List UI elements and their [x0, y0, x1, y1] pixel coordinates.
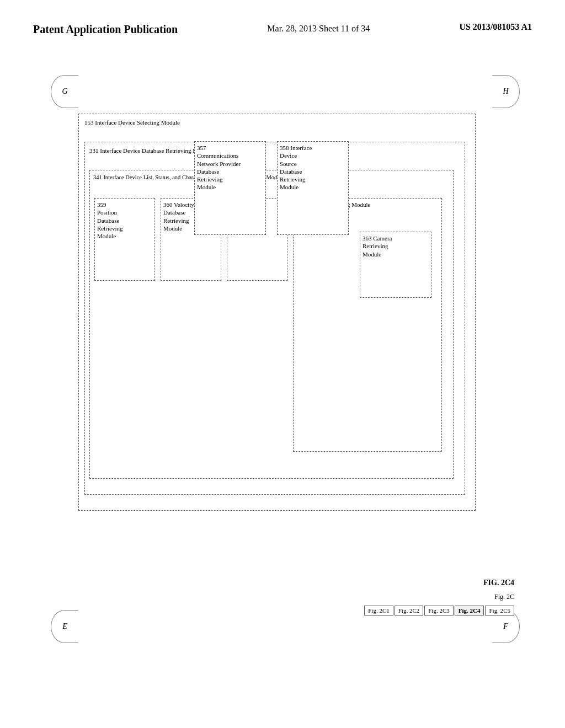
label-358: 358 Interface Device Source Database Ret… [280, 144, 312, 191]
fig-cell-3: Fig. 2C3 [424, 606, 454, 615]
fig-cell-1: Fig. 2C1 [364, 606, 393, 615]
publication-date-sheet: Mar. 28, 2013 Sheet 11 of 34 [267, 22, 370, 35]
diagram-area: G H E F 153 Interface Device Selecting M… [34, 69, 531, 649]
fig-2c4-main-label: FIG. 2C4 [483, 579, 514, 587]
box-359: 359 Position Database Retrieving Module [94, 198, 155, 281]
box-358: 358 Interface Device Source Database Ret… [277, 141, 349, 235]
fig-labels-area: FIG. 2C4 Fig. 2C Fig. 2C1 Fig. 2C2 Fig. … [364, 579, 514, 615]
label-359: 359 Position Database Retrieving Module [97, 201, 122, 240]
corner-h-arc: H [492, 75, 520, 108]
box-341: 341 Interface Device List, Status, and C… [89, 170, 454, 479]
label-360: 360 Velocity Database Retrieving Module [163, 201, 194, 232]
fig-cell-4: Fig. 2C4 [455, 606, 484, 615]
label-357: 357 Communications Network Provider Data… [197, 144, 241, 191]
label-331: 331 Interface Device Database Retrieving… [89, 147, 211, 154]
fig-2c-label: Fig. 2C [494, 593, 514, 601]
box-357: 357 Communications Network Provider Data… [194, 141, 266, 235]
corner-h-label: H [503, 87, 508, 96]
corner-f-label: F [503, 622, 508, 631]
fig-cell-2: Fig. 2C2 [395, 606, 424, 615]
publication-title: Patent Application Publication [33, 22, 178, 36]
corner-g-arc: G [51, 75, 78, 108]
corner-e-label: E [62, 622, 67, 631]
label-363: 363 Camera Retrieving Module [363, 234, 392, 258]
page-header: Patent Application Publication Mar. 28, … [0, 0, 565, 47]
fig-cell-5: Fig. 2C5 [485, 606, 514, 615]
fig-cells-row: Fig. 2C1 Fig. 2C2 Fig. 2C3 Fig. 2C4 Fig.… [364, 606, 514, 615]
box-363: 363 Camera Retrieving Module [360, 232, 431, 298]
corner-g-label: G [62, 87, 67, 96]
corner-e-arc: E [51, 610, 78, 643]
box-331: 331 Interface Device Database Retrieving… [84, 142, 465, 495]
label-153: 153 Interface Device Selecting Module [84, 119, 180, 126]
publication-number: US 2013/081053 A1 [459, 22, 532, 32]
box-362-group: 362 Sensor Retrieving Module 363 Camera … [293, 198, 442, 452]
